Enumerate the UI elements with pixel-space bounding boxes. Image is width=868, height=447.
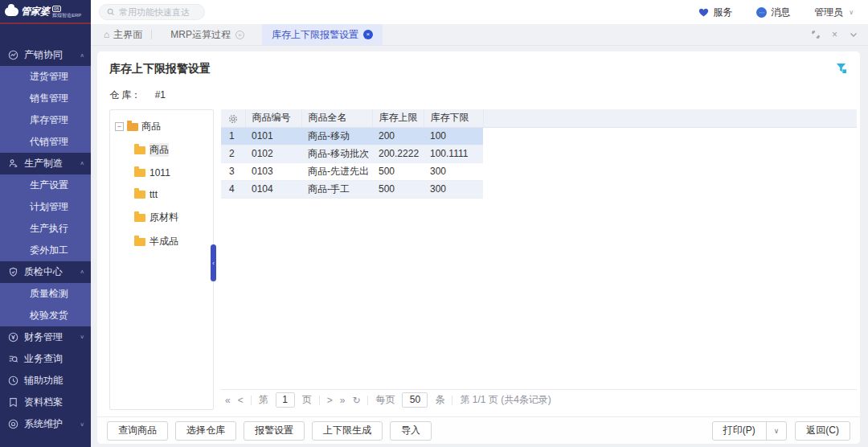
back-button[interactable]: 返回(C) [795, 421, 850, 441]
column-header-lower[interactable]: 库存下限 [424, 109, 483, 127]
select-warehouse-button[interactable]: 选择仓库 [175, 421, 236, 441]
first-page-button[interactable]: « [225, 395, 231, 406]
user-menu[interactable]: 管理员 ∨ [814, 6, 854, 19]
print-button[interactable]: 打印(P) [712, 421, 767, 441]
sidebar-group-chanxiaoxietong[interactable]: 产销协同 ∧ [0, 44, 91, 66]
table-row[interactable]: 4 0104 商品-手工 500 300 [221, 180, 857, 198]
column-settings-button[interactable] [221, 109, 245, 127]
chevron-up-icon: ∧ [80, 161, 84, 166]
tab-bar: ⌂ 主界面 MRP运算过程 × 库存上下限报警设置 × × [91, 24, 868, 46]
table-row[interactable]: 2 0102 商品-移动批次 200.2222 100.1111 [221, 145, 857, 162]
sidebar-item-weiwaijiagong[interactable]: 委外加工 [0, 240, 91, 261]
sidebar-item-daixiaoguanli[interactable]: 代销管理 [0, 131, 91, 153]
sidebar-group-xitongweihu[interactable]: 系统维护 ∨ [0, 413, 91, 435]
column-header-name[interactable]: 商品全名 [301, 109, 372, 127]
refresh-icon[interactable]: ↻ [352, 395, 360, 406]
message-button[interactable]: ⋯ 消息 [756, 6, 790, 19]
assist-icon [7, 375, 18, 387]
print-dropdown-button[interactable]: ∨ [766, 421, 788, 441]
version-badge: 05 [52, 6, 61, 12]
sidebar-item-zhiliangjiance[interactable]: 质量检测 [0, 283, 91, 305]
table-row[interactable]: 1 0101 商品-移动 200 100 [221, 127, 857, 145]
page-number-input[interactable]: 1 [276, 392, 295, 408]
sidebar-item-jinhuoguanli[interactable]: 进货管理 [0, 66, 91, 88]
tree-item-shangpin[interactable]: 商品 [134, 143, 208, 157]
sidebar-item-shengchanshezhi[interactable]: 生产设置 [0, 174, 91, 196]
heart-icon [698, 7, 709, 18]
chevron-down-icon[interactable] [850, 31, 858, 39]
sidebar-item-xiaoshouguanli[interactable]: 销售管理 [0, 88, 91, 109]
search-doc-icon [7, 354, 18, 365]
page-label-pre: 第 [259, 393, 268, 407]
sidebar-subgroup: 生产设置 计划管理 生产执行 委外加工 [0, 174, 91, 261]
close-window-icon[interactable]: × [832, 29, 837, 40]
prev-page-button[interactable]: < [238, 395, 244, 406]
sidebar-item-jiaoyanfahuo[interactable]: 校验发货 [0, 305, 91, 326]
sidebar-item-shengchanzhixing[interactable]: 生产执行 [0, 218, 91, 240]
panel-collapse-handle[interactable]: ‹ [211, 244, 216, 281]
restore-icon[interactable] [812, 31, 820, 39]
sidebar-group-yewuchaxun[interactable]: 业务查询 [0, 348, 91, 370]
sidebar-group-label: 产销协同 [24, 48, 63, 62]
sidebar-group-label: 生产制造 [24, 157, 63, 170]
table-row[interactable]: 3 0103 商品-先进先出 500 300 [221, 162, 857, 180]
sidebar-group-label: 辅助功能 [24, 374, 63, 388]
brand-name: 管家婆 [21, 5, 50, 18]
sidebar-group-caiwuguanli[interactable]: 财务管理 ∨ [0, 326, 91, 348]
generate-limits-button[interactable]: 上下限生成 [312, 421, 383, 441]
sidebar-group-zhijianzhongxin[interactable]: 质检中心 ∧ [0, 261, 91, 283]
chevron-down-icon: ∨ [849, 9, 854, 16]
tree-item-yuancailiao[interactable]: 原材料 [134, 211, 208, 224]
service-button[interactable]: 服务 [698, 6, 732, 19]
goods-table: 商品编号 商品全名 库存上限 库存下限 1 0101 [221, 109, 857, 199]
search-icon [107, 8, 115, 16]
sidebar-group-shengchanzhizao[interactable]: 生产制造 ∧ [0, 153, 91, 174]
sidebar-group-ziliaodangan[interactable]: 资料档案 [0, 392, 91, 413]
sidebar-nav: 产销协同 ∧ 进货管理 销售管理 库存管理 代销管理 生产制造 ∧ 生产设置 计… [0, 24, 91, 435]
tab-mrp[interactable]: MRP运算过程 × [161, 24, 254, 45]
folder-icon [134, 146, 145, 154]
archive-icon [7, 397, 18, 408]
folder-icon [127, 123, 138, 131]
column-header-code[interactable]: 商品编号 [245, 109, 301, 127]
close-icon[interactable]: × [363, 30, 373, 39]
quick-search-input[interactable]: 常用功能快速直达 [99, 4, 205, 20]
tab-separator [151, 30, 152, 39]
finance-icon [7, 332, 18, 343]
sidebar-group-fuzhugongneng[interactable]: 辅助功能 [0, 370, 91, 392]
column-header-upper[interactable]: 库存上限 [372, 109, 424, 127]
query-goods-button[interactable]: 查询商品 [107, 421, 168, 441]
tree-item-banchengpin[interactable]: 半成品 [134, 235, 208, 248]
sidebar-item-jihuaguanli[interactable]: 计划管理 [0, 196, 91, 218]
sidebar-subgroup: 质量检测 校验发货 [0, 283, 91, 326]
search-placeholder: 常用功能快速直达 [119, 6, 190, 18]
filter-funnel-icon[interactable] [835, 62, 847, 76]
per-page-input[interactable]: 50 [402, 392, 428, 408]
content-area: 库存上下限报警设置 仓 库： #1 − 商品 [91, 46, 868, 447]
tab-inventory-alarm[interactable]: 库存上下限报警设置 × [262, 24, 383, 45]
category-tree: − 商品 商品 1011 [109, 109, 214, 410]
tab-home[interactable]: ⌂ 主界面 [104, 24, 142, 45]
import-button[interactable]: 导入 [390, 421, 432, 441]
pagination-bar: « < 第 1 页 > » ↻ 每页 50 [221, 389, 857, 410]
home-icon: ⌂ [104, 29, 109, 40]
alarm-settings-button[interactable]: 报警设置 [244, 421, 305, 441]
tree-item-1011[interactable]: 1011 [134, 167, 208, 178]
tree-root-node[interactable]: − 商品 [115, 120, 208, 133]
gear-icon [7, 419, 18, 430]
action-bar: 查询商品 选择仓库 报警设置 上下限生成 导入 打印(P) ∨ 返回(C) [97, 416, 860, 444]
tree-item-ttt[interactable]: ttt [134, 189, 208, 200]
table-header-row: 商品编号 商品全名 库存上限 库存下限 [221, 109, 857, 127]
sidebar-item-kucunguanli[interactable]: 库存管理 [0, 109, 91, 131]
cloud-logo-icon [5, 7, 18, 16]
next-page-button[interactable]: > [327, 395, 333, 406]
last-page-button[interactable]: » [340, 395, 346, 406]
folder-icon [134, 238, 145, 246]
brand-subtitle: 辉煌智造ERP [52, 13, 81, 18]
top-header: 常用功能快速直达 服务 ⋯ 消息 管理员 ∨ [91, 0, 868, 24]
worker-icon [7, 158, 18, 170]
page-label-post: 页 [302, 393, 312, 407]
close-icon[interactable]: × [235, 31, 244, 39]
chart-circle-icon [7, 50, 18, 61]
tree-collapse-icon[interactable]: − [115, 122, 124, 131]
